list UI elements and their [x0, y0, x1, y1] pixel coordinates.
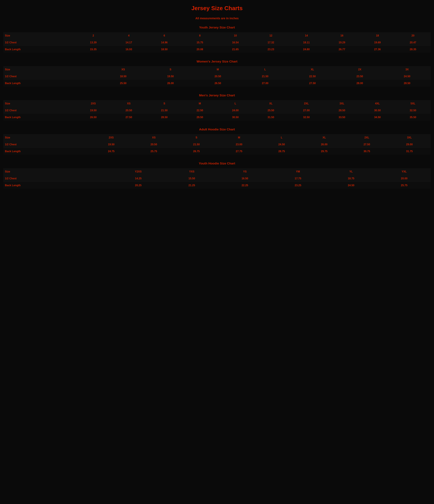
cell-value: 22.50 [289, 73, 336, 80]
section-title-mens-jersey: Men's Jersey Size Chart [3, 93, 431, 98]
col-header: 2XS [75, 100, 111, 107]
table-row: Back Length26.5027.5028.5029.5030.5031.5… [3, 114, 431, 121]
cell-value: 20.25 [111, 182, 165, 189]
cell-value: 22.50 [182, 107, 218, 114]
cell-value: 16.93 [111, 46, 147, 53]
cell-value: 27.75 [218, 148, 260, 155]
cell-value: 18.50 [147, 46, 182, 53]
row-label: Back Length [3, 182, 111, 189]
col-header: YL [324, 168, 378, 175]
cell-value: 20.47 [395, 39, 431, 46]
section-title-adult-hoodie: Adult Hoodie Size Chart [3, 127, 431, 132]
table-row: 1/2 Chest19.5020.5021.5023.0024.5026.002… [3, 141, 431, 148]
cell-value: 26.75 [175, 148, 218, 155]
table-adult-hoodie: Size2XSXSSMLXL2XL3XL1/2 Chest19.5020.502… [3, 134, 431, 155]
cell-value: 21.65 [218, 46, 253, 53]
cell-value: 25.50 [253, 107, 289, 114]
cell-value: 17.32 [253, 39, 289, 46]
row-label: Back Length [3, 80, 100, 87]
section-womens-jersey: Women's Jersey Size ChartSizeXSSMLXL2X3X… [3, 59, 431, 87]
cell-value: 30.75 [346, 148, 388, 155]
col-header: L [241, 66, 289, 73]
cell-value: 27.00 [241, 80, 289, 87]
cell-value: 32.50 [289, 114, 324, 121]
cell-value: 17.75 [271, 175, 324, 182]
cell-value: 30.50 [218, 114, 253, 121]
cell-value: 27.50 [289, 80, 336, 87]
row-label: Back Length [3, 114, 75, 121]
col-header: 10 [218, 32, 253, 39]
cell-value: 18.50 [100, 73, 147, 80]
row-label: Back Length [3, 46, 75, 53]
row-label: 1/2 Chest [3, 39, 75, 46]
col-header: S [147, 100, 182, 107]
cell-value: 24.50 [383, 73, 431, 80]
col-header: Size [3, 168, 111, 175]
cell-value: 19.69 [360, 39, 395, 46]
cell-value: 21.50 [147, 107, 182, 114]
table-row: Back Length25.5026.0026.5027.0027.5028.0… [3, 80, 431, 87]
col-header: 3XL [388, 134, 431, 141]
section-youth-hoodie: Youth Hoodie Size ChartSizeY2XSYXSYSYMYL… [3, 161, 431, 189]
table-row: 1/2 Chest18.5019.5020.5021.5022.5023.502… [3, 73, 431, 80]
table-row: Back Length15.3516.9318.5020.0821.6523.2… [3, 46, 431, 53]
cell-value: 20.08 [182, 46, 218, 53]
cell-value: 25.75 [133, 148, 175, 155]
cell-value: 21.50 [175, 141, 218, 148]
col-header: M [194, 66, 241, 73]
table-mens-jersey: Size2XSXSSMLXL2XL3XL4XL5XL1/2 Chest19.50… [3, 100, 431, 121]
cell-value: 27.00 [289, 107, 324, 114]
cell-value: 23.25 [271, 182, 324, 189]
cell-value: 34.50 [360, 114, 395, 121]
col-header: L [260, 134, 303, 141]
cell-value: 16.50 [218, 175, 271, 182]
col-header: 5XL [395, 100, 431, 107]
col-header: YS [218, 168, 271, 175]
col-header: 8 [182, 32, 218, 39]
cell-value: 15.35 [75, 46, 111, 53]
table-row: Back Length20.2521.2522.2523.2524.5025.7… [3, 182, 431, 189]
cell-value: 23.50 [336, 73, 383, 80]
table-row: 1/2 Chest13.3914.1714.9615.7516.5417.321… [3, 39, 431, 46]
cell-value: 32.50 [395, 107, 431, 114]
cell-value: 29.50 [182, 114, 218, 121]
cell-value: 28.00 [336, 80, 383, 87]
table-womens-jersey: SizeXSSMLXL2X3X1/2 Chest18.5019.5020.502… [3, 66, 431, 87]
col-header: 6 [147, 32, 182, 39]
col-header: XL [303, 134, 345, 141]
cell-value: 20.50 [111, 107, 147, 114]
col-header: YM [271, 168, 324, 175]
cell-value: 24.80 [289, 46, 324, 53]
table-youth-jersey: Size24681012141618201/2 Chest13.3914.171… [3, 32, 431, 53]
cell-value: 16.54 [218, 39, 253, 46]
row-label: Back Length [3, 148, 90, 155]
col-header: XS [133, 134, 175, 141]
cell-value: 18.75 [324, 175, 378, 182]
cell-value: 35.50 [395, 114, 431, 121]
col-header: XS [100, 66, 147, 73]
cell-value: 23.23 [253, 46, 289, 53]
cell-value: 26.50 [75, 114, 111, 121]
cell-value: 27.50 [111, 114, 147, 121]
cell-value: 15.75 [182, 39, 218, 46]
section-adult-hoodie: Adult Hoodie Size ChartSize2XSXSSMLXL2XL… [3, 127, 431, 155]
cell-value: 25.50 [100, 80, 147, 87]
cell-value: 14.17 [111, 39, 147, 46]
col-header: 4XL [360, 100, 395, 107]
cell-value: 19.29 [324, 39, 360, 46]
col-header: 12 [253, 32, 289, 39]
section-mens-jersey: Men's Jersey Size ChartSize2XSXSSMLXL2XL… [3, 93, 431, 121]
cell-value: 13.39 [75, 39, 111, 46]
cell-value: 27.36 [360, 46, 395, 53]
col-header: S [175, 134, 218, 141]
col-header: 16 [324, 32, 360, 39]
section-title-youth-hoodie: Youth Hoodie Size Chart [3, 161, 431, 166]
cell-value: 22.25 [218, 182, 271, 189]
table-row: 1/2 Chest19.5020.5021.5022.5024.0025.502… [3, 107, 431, 114]
cell-value: 24.50 [260, 141, 303, 148]
col-header: M [218, 134, 260, 141]
cell-value: 19.50 [147, 73, 194, 80]
cell-value: 31.75 [388, 148, 431, 155]
cell-value: 24.75 [90, 148, 132, 155]
col-header: 3X [383, 66, 431, 73]
